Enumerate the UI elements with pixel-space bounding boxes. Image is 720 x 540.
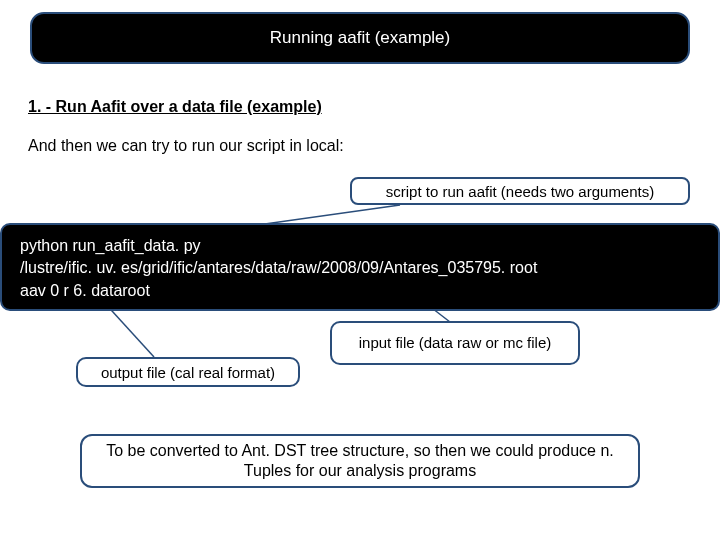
callout-input-text: input file (data raw or mc file) — [359, 334, 552, 352]
code-line-3: aav 0 r 6. dataroot — [20, 280, 700, 302]
step-heading: 1. - Run Aafit over a data file (example… — [28, 98, 322, 116]
callout-output-text: output file (cal real format) — [101, 364, 275, 381]
code-line-2: /lustre/ific. uv. es/grid/ific/antares/d… — [20, 257, 700, 279]
code-line-1: python run_aafit_data. py — [20, 235, 700, 257]
callout-script-text: script to run aafit (needs two arguments… — [386, 183, 654, 200]
title-text: Running aafit (example) — [270, 28, 450, 48]
footer-text: To be converted to Ant. DST tree structu… — [96, 441, 624, 481]
title-box: Running aafit (example) — [30, 12, 690, 64]
slide: Running aafit (example) 1. - Run Aafit o… — [0, 0, 720, 540]
callout-output: output file (cal real format) — [76, 357, 300, 387]
callout-script: script to run aafit (needs two arguments… — [350, 177, 690, 205]
callout-input: input file (data raw or mc file) — [330, 321, 580, 365]
description-text: And then we can try to run our script in… — [28, 137, 344, 155]
code-block: python run_aafit_data. py /lustre/ific. … — [0, 223, 720, 311]
footer-box: To be converted to Ant. DST tree structu… — [80, 434, 640, 488]
